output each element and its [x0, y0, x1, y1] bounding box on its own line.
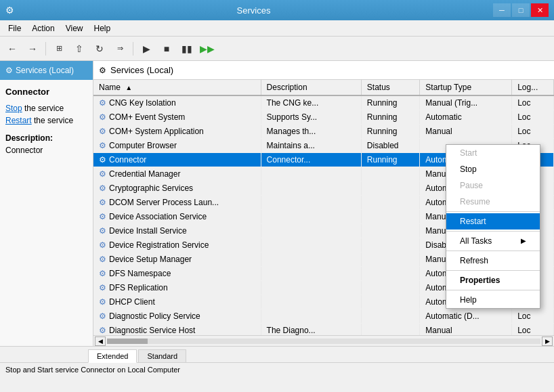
col-status[interactable]: Status	[361, 80, 419, 95]
context-sep-5	[446, 290, 540, 290]
service-name-cell: ⚙Cryptographic Services	[93, 181, 261, 196]
service-log-cell: Loc	[512, 110, 554, 125]
service-log-cell: Loc	[512, 324, 554, 336]
service-log-cell: Loc	[512, 309, 554, 324]
service-desc-cell	[261, 267, 361, 281]
service-name-cell: ⚙DFS Replication	[93, 281, 261, 295]
context-all-tasks[interactable]: All Tasks	[446, 233, 540, 249]
table-row[interactable]: ⚙Diagnostic Service HostThe Diagno...Man…	[93, 324, 554, 336]
menu-file[interactable]: File	[3, 22, 26, 35]
service-name-cell: ⚙Device Association Service	[93, 210, 261, 224]
service-startup-cell: Manual (Trig...	[420, 95, 512, 110]
services-table-container[interactable]: Name ▲ Description Status Startup Type L…	[93, 80, 554, 335]
play-button[interactable]: ▶	[137, 40, 156, 58]
stop-service-link[interactable]: Stop the service	[5, 104, 87, 113]
service-icon: ⚙DFS Namespace	[99, 269, 171, 278]
service-desc-cell	[261, 167, 361, 181]
stop-button[interactable]: ■	[157, 40, 176, 58]
context-stop[interactable]: Stop	[446, 161, 540, 177]
back-button[interactable]: ←	[3, 40, 22, 58]
context-refresh[interactable]: Refresh	[446, 253, 540, 269]
context-restart[interactable]: Restart	[446, 213, 540, 230]
service-status-cell	[361, 324, 419, 336]
service-status-cell: Running	[361, 125, 419, 139]
hscrollbar-track[interactable]	[107, 339, 540, 344]
tab-standard[interactable]: Standard	[138, 349, 186, 362]
left-panel-header: ⚙ Services (Local)	[0, 61, 93, 80]
service-icon: ⚙COM+ System Application	[99, 127, 204, 136]
scroll-left-btn[interactable]: ◀	[95, 336, 106, 346]
service-name-cell: ⚙DHCP Client	[93, 295, 261, 309]
service-icon: ⚙Cryptographic Services	[99, 183, 193, 193]
context-pause[interactable]: Pause	[446, 177, 540, 194]
forward-button[interactable]: →	[23, 40, 42, 58]
service-icon: ⚙CNG Key Isolation	[99, 98, 176, 108]
menu-action[interactable]: Action	[26, 22, 60, 35]
window-title: Services	[14, 5, 493, 16]
hscroll-bar[interactable]: ◀ ▶	[93, 335, 554, 346]
show-hide-button[interactable]: ⊞	[49, 40, 68, 58]
context-start[interactable]: Start	[446, 145, 540, 161]
tab-extended[interactable]: Extended	[88, 349, 137, 363]
service-log-cell: Loc	[512, 95, 554, 110]
titlebar-controls: ─ □ ✕	[493, 3, 549, 17]
service-name-cell: ⚙COM+ System Application	[93, 125, 261, 139]
service-icon: ⚙Computer Browser	[99, 141, 177, 150]
service-startup-cell: Manual	[420, 125, 512, 139]
service-name-cell: ⚙DCOM Server Process Laun...	[93, 196, 261, 210]
col-startup[interactable]: Startup Type	[420, 80, 512, 95]
description-label: Description:	[5, 133, 87, 143]
maximize-button[interactable]: □	[512, 3, 530, 17]
service-desc-cell: The CNG ke...	[261, 95, 361, 110]
service-name-cell: ⚙Device Registration Service	[93, 238, 261, 253]
close-button[interactable]: ✕	[531, 3, 549, 17]
service-status-cell	[361, 281, 419, 295]
service-icon: ⚙Connector	[99, 155, 146, 165]
restart-button[interactable]: ▶▶	[198, 40, 217, 58]
description-section: Description: Connector	[5, 133, 87, 155]
context-properties[interactable]: Properties	[446, 272, 540, 288]
col-name[interactable]: Name ▲	[93, 80, 261, 95]
sort-arrow: ▲	[125, 84, 132, 91]
context-help[interactable]: Help	[446, 292, 540, 308]
service-status-cell	[361, 181, 419, 196]
service-log-cell: Loc	[512, 125, 554, 139]
service-icon: ⚙Diagnostic Service Host	[99, 326, 195, 335]
service-desc-cell	[261, 295, 361, 309]
pause-button[interactable]: ▮▮	[177, 40, 196, 58]
table-row[interactable]: ⚙CNG Key IsolationThe CNG ke...RunningMa…	[93, 95, 554, 110]
restart-service-link[interactable]: Restart the service	[5, 116, 87, 125]
content-header-title: Services (Local)	[110, 65, 173, 75]
service-name-cell: ⚙Device Install Service	[93, 224, 261, 238]
table-row[interactable]: ⚙Diagnostic Policy ServiceAutomatic (D..…	[93, 309, 554, 324]
export-button[interactable]: ⇒	[110, 40, 129, 58]
service-status-cell: Disabled	[361, 139, 419, 153]
minimize-button[interactable]: ─	[493, 3, 511, 17]
service-status-cell	[361, 238, 419, 253]
left-panel: ⚙ Services (Local) Connector Stop the se…	[0, 61, 93, 346]
statusbar-text: Stop and Start service Connector on Loca…	[5, 366, 180, 374]
menu-view[interactable]: View	[60, 22, 89, 35]
table-row[interactable]: ⚙COM+ Event SystemSupports Sy...RunningA…	[93, 110, 554, 125]
table-row[interactable]: ⚙COM+ System ApplicationManages th...Run…	[93, 125, 554, 139]
content-header-icon: ⚙	[99, 66, 106, 75]
service-name-cell: ⚙Device Setup Manager	[93, 253, 261, 267]
scroll-right-btn[interactable]: ▶	[542, 336, 553, 346]
service-desc-cell	[261, 238, 361, 253]
up-button[interactable]: ⇧	[70, 40, 89, 58]
gear-icon: ⚙	[99, 226, 106, 236]
gear-icon: ⚙	[99, 311, 106, 321]
context-sep-4	[446, 270, 540, 271]
service-desc-cell	[261, 210, 361, 224]
hscrollbar-thumb[interactable]	[107, 339, 148, 344]
service-status-cell	[361, 167, 419, 181]
menu-help[interactable]: Help	[89, 22, 116, 35]
gear-icon: ⚙	[99, 240, 106, 250]
context-sep-2	[446, 231, 540, 232]
context-resume[interactable]: Resume	[446, 194, 540, 210]
col-description[interactable]: Description	[261, 80, 361, 95]
refresh-button[interactable]: ↻	[90, 40, 109, 58]
service-icon: ⚙DFS Replication	[99, 283, 168, 292]
col-log[interactable]: Log...	[512, 80, 554, 95]
service-status-cell	[361, 224, 419, 238]
